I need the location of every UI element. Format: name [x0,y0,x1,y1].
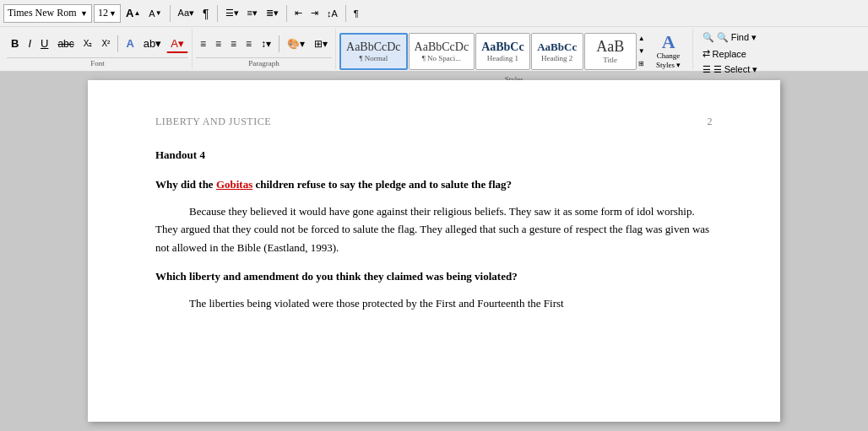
strikethrough-button[interactable]: abc [53,35,78,53]
style-h2-label: Heading 2 [541,54,572,62]
italic-button[interactable]: I [24,35,35,53]
font-color-button[interactable]: A▾ [166,35,188,53]
style-title-button[interactable]: AaB Title [584,33,637,70]
styles-scroll-down-button[interactable]: ▼ [637,46,646,57]
editing-group: 🔍 🔍 Find ▾ ⇄ Replace ☰ ☰ Select ▾ Editin… [693,29,768,69]
subscript-button[interactable]: X₂ [79,35,97,53]
style-title-text: AaB [596,38,624,56]
answer-2-partial[interactable]: The liberties being violated were those … [155,294,713,312]
font-shrink-button[interactable]: A▼ [145,4,165,23]
styles-scroll-up-button[interactable]: ▲ [637,33,646,45]
page-header-title: LIBERTY AND JUSTICE [155,114,271,130]
shading-button[interactable]: 🎨▾ [283,35,309,53]
style-normal-label: ¶ Normal [359,54,388,62]
font-name-value: Times New Rom [8,7,77,19]
separator-6 [279,35,279,52]
align-left-button[interactable]: ≡ [196,35,210,53]
gobitas-underline: Gobitas [216,178,252,191]
font-size-dropdown-icon[interactable]: ▼ [109,9,117,18]
document-page[interactable]: LIBERTY AND JUSTICE 2 Handout 4 Why did … [88,80,780,422]
align-right-button[interactable]: ≡ [226,35,241,53]
editing-group-content: 🔍 🔍 Find ▾ ⇄ Replace ☰ ☰ Select ▾ [697,30,764,77]
font-size-value: 12 [98,7,108,19]
change-styles-big-icon: A [662,33,675,51]
ribbon-top-row: Times New Rom ▼ 12 ▼ A▲ A▼ Aa▾ ¶ ☰▾ ≡▾ ≣… [0,0,868,27]
style-heading1-button[interactable]: AaBbCc Heading 1 [475,33,530,70]
style-nospace-label: ¶ No Spaci... [422,54,461,62]
change-styles-button[interactable]: A ChangeStyles ▾ [648,30,689,73]
multilevel-list-button[interactable]: ≣▾ [263,4,282,23]
paragraph-group-label: Paragraph [196,57,332,67]
bold-button[interactable]: B [7,35,23,53]
sort-button[interactable]: ↕A [323,4,341,23]
replace-icon: ⇄ [703,48,710,59]
font-grow-button[interactable]: A▲ [122,4,144,23]
style-nospace-button[interactable]: AaBbCcDc ¶ No Spaci... [409,33,475,70]
paragraph-group: ≡ ≡ ≡ ≡ ↕▾ 🎨▾ ⊞▾ Paragraph [193,29,336,69]
style-heading2-button[interactable]: AaBbCc Heading 2 [531,33,583,70]
style-normal-text: AaBbCcDc [346,40,401,54]
separator-5 [117,35,118,52]
style-normal-button[interactable]: AaBbCcDc ¶ Normal [339,33,408,70]
separator-1 [170,5,171,22]
select-button[interactable]: ☰ ☰ Select ▾ [697,62,764,77]
style-h1-label: Heading 1 [487,54,518,62]
find-icon: 🔍 [703,32,714,43]
page-area: LIBERTY AND JUSTICE 2 Handout 4 Why did … [0,72,868,430]
find-button[interactable]: 🔍 🔍 Find ▾ [697,30,764,45]
select-icon: ☰ [703,64,711,75]
ribbon: Times New Rom ▼ 12 ▼ A▲ A▼ Aa▾ ¶ ☰▾ ≡▾ ≣… [0,0,868,72]
style-h1-text: AaBbCc [481,40,524,54]
font-group: B I U abc X₂ X² A ab▾ A▾ Font [3,29,193,69]
change-styles-label: ChangeStyles ▾ [656,51,681,70]
font-name-selector[interactable]: Times New Rom ▼ [3,4,92,23]
decrease-indent-button[interactable]: ⇤ [291,4,306,23]
select-label: ☰ Select ▾ [713,64,758,75]
question-2: Which liberty and amendment do you think… [155,268,713,286]
ribbon-bottom-row: B I U abc X₂ X² A ab▾ A▾ Font ≡ ≡ ≡ ≡ ↕▾ [0,27,868,71]
highlight-color-button[interactable]: ab▾ [139,35,165,53]
style-nospace-text: AaBbCcDc [415,40,469,54]
styles-group-content: AaBbCcDc ¶ Normal AaBbCcDc ¶ No Spaci...… [339,30,689,73]
numbering-button[interactable]: ≡▾ [244,4,261,23]
borders-button[interactable]: ⊞▾ [310,35,332,53]
handout-title: Handout 4 [155,147,713,164]
answer-1[interactable]: Because they believed it would have gone… [155,202,713,256]
font-size-selector[interactable]: 12 ▼ [94,4,121,23]
show-hide-button[interactable]: ¶ [199,4,213,23]
separator-3 [286,5,287,22]
styles-more-button[interactable]: ⊞ [637,58,646,70]
page-header: LIBERTY AND JUSTICE 2 [155,114,713,130]
styles-scroll-arrows: ▲ ▼ ⊞ [637,33,646,70]
replace-label: Replace [713,49,746,59]
style-h2-text: AaBbCc [537,40,577,54]
change-case-button[interactable]: Aa▾ [175,4,198,23]
justify-button[interactable]: ≡ [241,35,256,53]
underline-button[interactable]: U [36,35,52,53]
paragraph-group-content: ≡ ≡ ≡ ≡ ↕▾ 🎨▾ ⊞▾ [196,30,332,57]
increase-indent-button[interactable]: ⇥ [307,4,322,23]
separator-2 [217,5,218,22]
find-label: 🔍 Find ▾ [717,32,757,43]
align-center-button[interactable]: ≡ [211,35,225,53]
font-name-dropdown-icon[interactable]: ▼ [80,9,88,18]
page-number: 2 [708,114,713,130]
text-effects-button[interactable]: A [122,35,138,53]
question-1: Why did the Gobitas children refuse to s… [155,176,713,194]
superscript-button[interactable]: X² [97,35,114,53]
separator-4 [345,5,346,22]
font-group-label: Font [7,57,188,67]
styles-group: AaBbCcDc ¶ Normal AaBbCcDc ¶ No Spaci...… [336,29,693,69]
change-styles-inner: A ChangeStyles ▾ [656,33,681,70]
style-title-label: Title [603,56,617,64]
show-formatting-button[interactable]: ¶ [350,4,362,23]
line-spacing-button[interactable]: ↕▾ [257,35,275,53]
bullets-button[interactable]: ☰▾ [222,4,242,23]
font-group-content: B I U abc X₂ X² A ab▾ A▾ [7,30,188,57]
replace-button[interactable]: ⇄ Replace [697,46,764,61]
